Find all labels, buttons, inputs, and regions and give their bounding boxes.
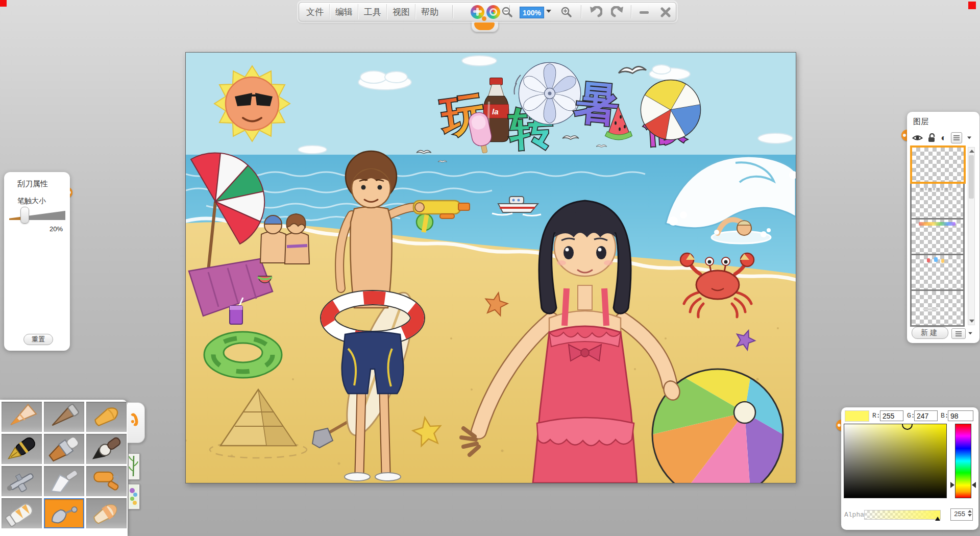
menu-file-label: 文件 <box>306 6 324 18</box>
layer-list-scrollbar[interactable] <box>968 147 975 325</box>
layers-panel-title: 图层 <box>913 117 928 127</box>
zoom-out-icon <box>501 6 513 18</box>
texture-chip-picture[interactable] <box>128 484 140 509</box>
green-value-input[interactable] <box>914 410 938 421</box>
scrollbar-thumb[interactable] <box>969 155 974 199</box>
crayon-icon <box>86 402 127 432</box>
close-icon <box>660 7 671 17</box>
color-picker-panel: R: G: B: Alpha <box>841 407 978 530</box>
eraser-icon <box>86 498 127 528</box>
paint-roller-icon <box>86 466 127 496</box>
brush-tool-airbrush[interactable] <box>2 466 42 496</box>
alpha-value-input[interactable] <box>951 509 966 518</box>
zoom-dropdown-button[interactable] <box>546 10 551 13</box>
layer-list <box>910 147 965 327</box>
blend-contrast-icon[interactable]: ◐ <box>941 133 946 142</box>
layer-thumbnail-4[interactable] <box>910 254 965 291</box>
alpha-label: Alpha <box>844 511 864 519</box>
layer-list-mode-button[interactable] <box>951 132 962 143</box>
chevron-down-icon <box>546 10 551 13</box>
scroll-down-icon[interactable] <box>969 320 974 323</box>
toolbar-tab-nose-icon <box>482 16 486 21</box>
brush-palette-panel <box>0 400 128 536</box>
texture-chip-bamboo[interactable] <box>128 453 140 480</box>
sv-selection-marker[interactable] <box>902 424 913 430</box>
undo-button[interactable] <box>586 6 604 19</box>
brush-tool-ink-brush[interactable] <box>86 434 127 464</box>
brush-size-slider-track[interactable] <box>9 211 65 220</box>
canvas-artwork[interactable]: 玩 la 转 <box>185 52 796 483</box>
hue-marker-left[interactable] <box>950 482 954 488</box>
brush-size-label: 笔触大小 <box>17 197 46 206</box>
brush-tool-pencil[interactable] <box>2 402 42 432</box>
minimize-icon <box>640 11 649 14</box>
list-icon <box>953 135 960 140</box>
screen-marker-top-left <box>0 0 7 7</box>
saturation-value-square[interactable] <box>844 424 947 498</box>
zoom-in-button[interactable] <box>558 6 575 19</box>
blue-value-input[interactable] <box>948 410 973 421</box>
alpha-slider[interactable] <box>864 510 941 520</box>
redo-icon <box>611 6 625 18</box>
reset-button[interactable]: 重置 <box>23 334 53 345</box>
toolbar-tab-smile-icon <box>474 22 495 30</box>
spinner-down-icon[interactable] <box>968 514 972 517</box>
layer-thumbnail-3[interactable] <box>910 218 965 255</box>
scraper-icon <box>45 499 83 527</box>
brush-tool-fountain-pen[interactable] <box>2 434 42 464</box>
visibility-eye-icon[interactable] <box>912 134 923 142</box>
alpha-value-spinner[interactable] <box>950 508 973 521</box>
ink-brush-icon <box>86 434 127 464</box>
spinner-up-icon[interactable] <box>968 510 972 513</box>
brush-panel-collapse-tab[interactable] <box>128 402 145 443</box>
current-color-swatch[interactable] <box>845 410 869 422</box>
green-swim-ring <box>204 332 282 378</box>
layer-options-arrow[interactable] <box>967 137 971 139</box>
zoom-level-input[interactable]: 100% <box>520 7 544 18</box>
layer-thumbnail-1-selected[interactable] <box>910 145 966 184</box>
brush-tool-pastel-stick[interactable] <box>44 402 84 432</box>
layer-thumbnail-2[interactable] <box>910 182 965 220</box>
main-toolbar: 文件 编辑 工具 视图 帮助 100% <box>299 2 676 21</box>
undo-icon <box>588 6 602 18</box>
hue-bar[interactable] <box>955 424 971 498</box>
brush-tool-paint-roller[interactable] <box>86 466 127 496</box>
brush-tool-eraser[interactable] <box>86 498 127 528</box>
menu-edit[interactable]: 编辑 <box>329 4 358 19</box>
brush-tab-handle-icon <box>129 412 139 427</box>
menu-file[interactable]: 文件 <box>301 4 329 19</box>
brush-size-slider-thumb[interactable] <box>20 207 29 224</box>
new-layer-button[interactable]: 新建 <box>912 327 948 339</box>
layer-menu-button[interactable] <box>951 328 966 339</box>
brush-tool-scraper-selected[interactable] <box>44 498 84 528</box>
menu-view[interactable]: 视图 <box>386 4 415 19</box>
hue-marker-right[interactable] <box>972 482 976 488</box>
close-button[interactable] <box>656 6 675 19</box>
menu-help[interactable]: 帮助 <box>415 4 444 19</box>
title-beach-ball <box>641 80 700 139</box>
brush-tool-paint-brush[interactable] <box>44 434 84 464</box>
beach-illustration: 玩 la 转 <box>186 53 796 483</box>
mini-picture-icon <box>129 484 138 508</box>
bamboo-icon <box>129 454 138 478</box>
zoom-level-value: 100% <box>523 9 541 17</box>
brush-tool-palette-knife[interactable] <box>44 466 84 496</box>
brush-tool-paint-tube[interactable] <box>2 498 42 528</box>
paint-tube-icon <box>2 498 42 528</box>
redo-button[interactable] <box>609 6 627 19</box>
layer-menu-arrow[interactable] <box>968 332 972 335</box>
lock-icon[interactable] <box>927 133 936 142</box>
layer-thumbnail-5[interactable] <box>910 289 965 327</box>
pastel-stick-icon <box>44 402 84 432</box>
palette-knife-icon <box>44 466 84 496</box>
minimize-button[interactable] <box>635 6 653 19</box>
alpha-slider-marker[interactable] <box>935 517 940 521</box>
scroll-up-icon[interactable] <box>969 150 974 153</box>
app-logo-right-icon[interactable] <box>486 5 500 19</box>
brush-size-value: 20% <box>50 225 63 233</box>
red-value-input[interactable] <box>880 410 903 421</box>
menu-tools-label: 工具 <box>364 6 381 18</box>
menu-tools[interactable]: 工具 <box>358 4 387 19</box>
zoom-out-button[interactable] <box>499 6 516 19</box>
brush-tool-crayon[interactable] <box>86 402 127 432</box>
